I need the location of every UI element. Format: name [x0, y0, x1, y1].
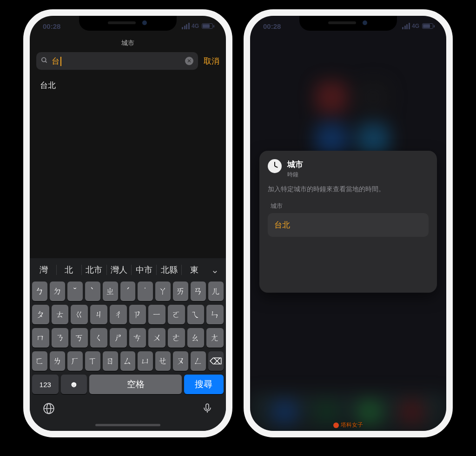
status-time: 00:28 — [263, 22, 281, 30]
key[interactable]: ㄍ — [71, 305, 88, 324]
key[interactable]: ㄔ — [110, 305, 127, 324]
status-time: 00:28 — [43, 22, 60, 30]
key[interactable]: ㄣ — [206, 305, 224, 324]
mic-icon[interactable] — [202, 402, 213, 417]
key[interactable]: ㄧ — [148, 305, 165, 324]
search-key[interactable]: 搜尋 — [184, 375, 224, 394]
svg-rect-5 — [206, 404, 209, 409]
search-icon — [41, 57, 48, 66]
key[interactable]: ㄆ — [32, 305, 49, 324]
key[interactable]: ㄋ — [52, 328, 69, 348]
suggestion[interactable]: 灣人 — [108, 264, 131, 275]
card-subtitle: 時鐘 — [287, 171, 303, 179]
emoji-key[interactable]: ☻ — [61, 375, 87, 394]
suggestion[interactable]: 灣 — [33, 264, 55, 275]
key[interactable]: ㄞ — [173, 282, 188, 301]
key[interactable]: ㄠ — [187, 328, 205, 348]
clock-icon — [268, 159, 282, 173]
key[interactable]: ㄩ — [138, 351, 153, 371]
key[interactable]: ㄌ — [50, 351, 65, 371]
key[interactable]: ㄜ — [168, 328, 185, 348]
notch — [299, 15, 397, 31]
battery-icon — [202, 23, 213, 29]
suggestion[interactable]: 北縣 — [158, 264, 180, 275]
clear-button[interactable]: ✕ — [185, 57, 193, 65]
phone-right: 00:28 4G 城市 時鐘 加入特定城市的時鐘來查看當地的時間。 城市 — [244, 9, 453, 437]
key[interactable]: ㄎ — [71, 328, 88, 348]
key[interactable]: ˇ — [67, 282, 83, 301]
key[interactable]: ㄥ — [191, 351, 206, 371]
key[interactable]: ㄑ — [90, 328, 107, 348]
key[interactable]: ㄙ — [120, 351, 136, 371]
key[interactable]: ㄈ — [32, 351, 47, 371]
key[interactable]: ㄟ — [187, 305, 205, 324]
numeric-key[interactable]: 123 — [32, 375, 59, 394]
key[interactable]: ㄘ — [129, 328, 146, 348]
signal-icon — [182, 23, 190, 29]
phone-left: 00:28 4G 城市 台 ✕ 取消 — [23, 9, 232, 437]
key[interactable]: ㄕ — [110, 328, 127, 348]
search-value: 台 — [52, 57, 60, 66]
backspace-key[interactable]: ⌫ — [208, 351, 224, 371]
page-title: 城市 — [30, 36, 226, 52]
key[interactable]: ㄅ — [32, 282, 47, 301]
field-label: 城市 — [268, 202, 429, 213]
key[interactable]: ˙ — [138, 282, 153, 301]
key[interactable]: ㄏ — [67, 351, 83, 371]
key[interactable]: ㄢ — [191, 282, 206, 301]
key[interactable]: ㄝ — [155, 351, 171, 371]
suggestion[interactable]: 中市 — [132, 264, 155, 275]
key[interactable]: ㄇ — [32, 328, 49, 348]
key[interactable]: ㄐ — [90, 305, 107, 324]
cancel-button[interactable]: 取消 — [204, 56, 219, 67]
key[interactable]: ㄊ — [52, 305, 69, 324]
svg-point-0 — [42, 57, 46, 61]
status-network: 4G — [192, 23, 199, 29]
key[interactable]: ㄖ — [103, 351, 118, 371]
status-network: 4G — [412, 23, 419, 29]
card-title: 城市 — [287, 159, 303, 170]
battery-icon — [422, 23, 433, 29]
suggestion-bar: 灣 北 北市 灣人 中市 北縣 東 ⌄ — [30, 260, 226, 280]
key[interactable]: ㄤ — [206, 328, 224, 348]
notch — [79, 15, 177, 31]
space-key[interactable]: 空格 — [89, 375, 182, 394]
suggestions-expand[interactable]: ⌄ — [206, 264, 223, 275]
home-indicator[interactable] — [95, 424, 160, 426]
key[interactable]: ㄚ — [155, 282, 171, 301]
key[interactable]: ˊ — [120, 282, 136, 301]
key[interactable]: ㄡ — [173, 351, 188, 371]
key[interactable]: ㄦ — [208, 282, 224, 301]
city-field[interactable]: 台北 — [268, 213, 429, 237]
suggestion[interactable]: 北 — [58, 264, 80, 275]
widget-config-card: 城市 時鐘 加入特定城市的時鐘來查看當地的時間。 城市 台北 — [259, 151, 437, 293]
key[interactable]: ㄉ — [50, 282, 65, 301]
suggestion[interactable]: 北市 — [83, 264, 106, 275]
search-result[interactable]: 台北 — [30, 74, 226, 96]
text-cursor — [60, 57, 61, 66]
svg-line-1 — [45, 61, 46, 62]
search-input[interactable]: 台 ✕ — [36, 52, 198, 70]
key[interactable]: ㄨ — [148, 328, 165, 348]
signal-icon — [402, 23, 410, 29]
watermark: 塔科女子 — [333, 421, 363, 429]
key[interactable]: ㄗ — [129, 305, 146, 324]
globe-icon[interactable] — [43, 402, 55, 417]
card-description: 加入特定城市的時鐘來查看當地的時間。 — [268, 185, 429, 194]
keyboard: 灣 北 北市 灣人 中市 北縣 東 ⌄ ㄅ ㄉ ˇ ˋ ㄓ — [30, 258, 226, 431]
suggestion[interactable]: 東 — [183, 264, 205, 275]
key[interactable]: ㄛ — [168, 305, 185, 324]
key[interactable]: ˋ — [85, 282, 100, 301]
key[interactable]: ㄒ — [85, 351, 100, 371]
key[interactable]: ㄓ — [103, 282, 118, 301]
